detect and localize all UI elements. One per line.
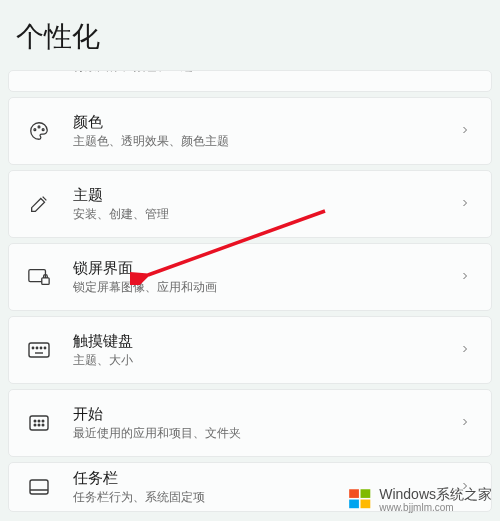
page-title: 个性化	[0, 0, 500, 70]
chevron-right-icon	[459, 195, 473, 213]
svg-rect-5	[29, 343, 49, 357]
windows-logo-icon	[347, 486, 373, 512]
svg-rect-21	[349, 489, 359, 498]
item-title: 主题	[73, 185, 459, 205]
svg-point-14	[42, 420, 44, 422]
start-icon	[27, 411, 51, 435]
item-desc: 主题、大小	[73, 353, 459, 369]
item-desc: 锁定屏幕图像、应用和动画	[73, 280, 459, 296]
svg-point-9	[44, 347, 45, 348]
svg-point-13	[38, 420, 40, 422]
item-title: 颜色	[73, 112, 459, 132]
settings-item-themes[interactable]: 主题 安装、创建、管理	[8, 170, 492, 238]
chevron-right-icon	[459, 341, 473, 359]
svg-point-15	[34, 424, 36, 426]
settings-item-background[interactable]: 背景图像、颜色、主题	[8, 70, 492, 92]
item-desc: 安装、创建、管理	[73, 207, 459, 223]
item-title: 锁屏界面	[73, 258, 459, 278]
chevron-right-icon	[459, 268, 473, 286]
settings-list: 背景图像、颜色、主题 颜色 主题色、透明效果、颜色主题 主题 安装、创建、管理	[0, 70, 500, 512]
item-title: 开始	[73, 404, 459, 424]
brush-icon	[27, 192, 51, 216]
item-desc: 主题色、透明效果、颜色主题	[73, 134, 459, 150]
item-title: 触摸键盘	[73, 331, 459, 351]
palette-icon	[27, 119, 51, 143]
item-desc: 最近使用的应用和项目、文件夹	[73, 426, 459, 442]
svg-point-17	[42, 424, 44, 426]
item-desc: 背景图像、颜色、主题	[73, 70, 473, 75]
svg-point-16	[38, 424, 40, 426]
svg-point-2	[42, 129, 44, 131]
chevron-right-icon	[459, 122, 473, 140]
svg-point-8	[40, 347, 41, 348]
svg-rect-22	[361, 489, 371, 498]
svg-point-1	[38, 126, 40, 128]
settings-item-start[interactable]: 开始 最近使用的应用和项目、文件夹	[8, 389, 492, 457]
watermark-suffix: 系统之家	[436, 486, 492, 502]
keyboard-icon	[27, 338, 51, 362]
svg-rect-24	[361, 500, 371, 509]
settings-item-touchkeyboard[interactable]: 触摸键盘 主题、大小	[8, 316, 492, 384]
watermark-url: www.bjjmlm.com	[379, 502, 492, 513]
chevron-right-icon	[459, 414, 473, 432]
settings-item-lockscreen[interactable]: 锁屏界面 锁定屏幕图像、应用和动画	[8, 243, 492, 311]
settings-item-colors[interactable]: 颜色 主题色、透明效果、颜色主题	[8, 97, 492, 165]
svg-point-7	[36, 347, 37, 348]
taskbar-icon	[27, 475, 51, 499]
svg-point-0	[34, 129, 36, 131]
svg-point-12	[34, 420, 36, 422]
svg-point-6	[32, 347, 33, 348]
svg-rect-23	[349, 500, 359, 509]
lockscreen-icon	[27, 265, 51, 289]
watermark: Windows系统之家 www.bjjmlm.com	[347, 485, 492, 513]
svg-rect-4	[42, 278, 49, 284]
watermark-brand: Windows	[379, 486, 436, 502]
svg-rect-18	[30, 480, 48, 494]
svg-rect-11	[30, 416, 48, 430]
